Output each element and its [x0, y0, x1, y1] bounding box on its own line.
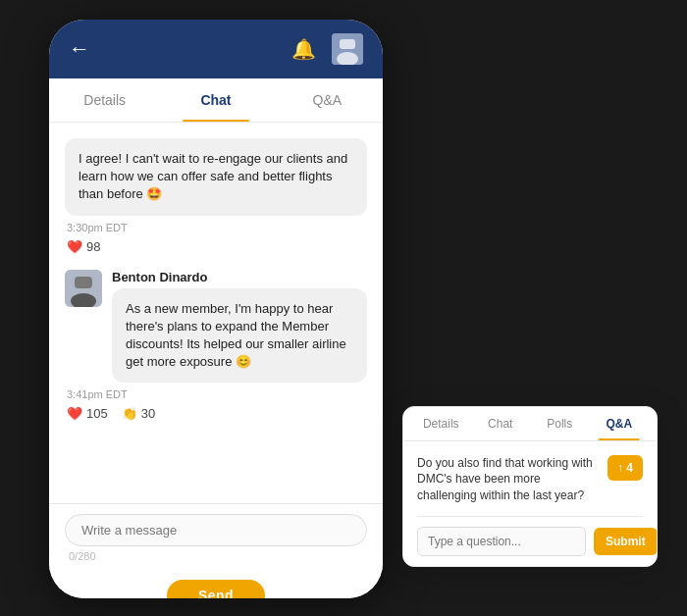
- header-icons: 🔔: [291, 33, 363, 65]
- user-avatar-2: [65, 270, 102, 307]
- send-area: Send: [49, 572, 383, 598]
- qa-question-text: Do you also find that working with DMC's…: [417, 455, 598, 504]
- reaction-heart-2[interactable]: ❤️ 105: [67, 406, 108, 421]
- message-text-2: As a new member, I'm happy to hear there…: [126, 301, 346, 370]
- qa-input[interactable]: [417, 527, 586, 556]
- card-tab-polls[interactable]: Polls: [530, 407, 590, 440]
- card-input-row: Submit: [417, 527, 643, 556]
- heart-icon-1: ❤️: [67, 239, 82, 254]
- back-button[interactable]: ←: [69, 36, 90, 62]
- card-body: Do you also find that working with DMC's…: [403, 441, 657, 566]
- phone-header: ← 🔔: [49, 20, 383, 78]
- user-name-2: Benton Dinardo: [112, 270, 367, 284]
- card-tabs: Details Chat Polls Q&A: [403, 407, 657, 441]
- message-block-2: Benton Dinardo As a new member, I'm happ…: [65, 270, 367, 422]
- chat-area: I agree! I can't wait to re-engage our c…: [49, 123, 383, 503]
- message-reactions-1: ❤️ 98: [65, 239, 367, 254]
- message-reactions-2: ❤️ 105 👏 30: [65, 406, 367, 421]
- heart-icon-2: ❤️: [67, 406, 82, 421]
- card-divider: [417, 516, 643, 517]
- reaction-count-1: 98: [86, 239, 100, 254]
- send-button[interactable]: Send: [167, 580, 265, 598]
- qa-question-row: Do you also find that working with DMC's…: [417, 455, 643, 504]
- main-phone: ← 🔔 Details Chat Q&A: [49, 20, 383, 598]
- input-area: 0/280: [49, 503, 383, 572]
- tab-qa[interactable]: Q&A: [272, 78, 383, 122]
- reaction-count-clap-2: 30: [141, 406, 155, 421]
- vote-button[interactable]: ↑ 4: [608, 455, 643, 481]
- svg-rect-1: [340, 39, 355, 49]
- phone-tabs: Details Chat Q&A: [49, 78, 383, 123]
- svg-rect-4: [75, 277, 92, 288]
- message-time-1: 3:30pm EDT: [65, 222, 367, 233]
- scene: ← 🔔 Details Chat Q&A: [0, 0, 687, 616]
- reaction-count-heart-2: 105: [86, 406, 108, 421]
- card-tab-details[interactable]: Details: [411, 407, 471, 440]
- reaction-clap-2[interactable]: 👏 30: [122, 406, 155, 421]
- message-input[interactable]: [65, 514, 367, 546]
- message-bubble-2: As a new member, I'm happy to hear there…: [112, 288, 367, 384]
- user-avatar-header[interactable]: [332, 33, 363, 65]
- tab-details[interactable]: Details: [49, 78, 160, 122]
- card-tab-chat[interactable]: Chat: [471, 407, 531, 440]
- reaction-heart-1[interactable]: ❤️ 98: [67, 239, 100, 254]
- message-block-1: I agree! I can't wait to re-engage our c…: [65, 138, 367, 254]
- message-bubble-1: I agree! I can't wait to re-engage our c…: [65, 138, 367, 216]
- bell-icon[interactable]: 🔔: [291, 37, 316, 61]
- overlay-card: Details Chat Polls Q&A Do you also find …: [402, 406, 658, 567]
- clap-icon-2: 👏: [122, 406, 137, 421]
- tab-chat[interactable]: Chat: [160, 78, 271, 122]
- message-with-avatar-2: Benton Dinardo As a new member, I'm happ…: [65, 270, 367, 384]
- message-time-2: 3:41pm EDT: [65, 388, 367, 400]
- message-text-1: I agree! I can't wait to re-engage our c…: [79, 151, 347, 201]
- card-tab-qa[interactable]: Q&A: [590, 407, 650, 440]
- char-count: 0/280: [65, 550, 367, 562]
- card-submit-button[interactable]: Submit: [594, 528, 658, 555]
- message-content-2: Benton Dinardo As a new member, I'm happ…: [112, 270, 367, 384]
